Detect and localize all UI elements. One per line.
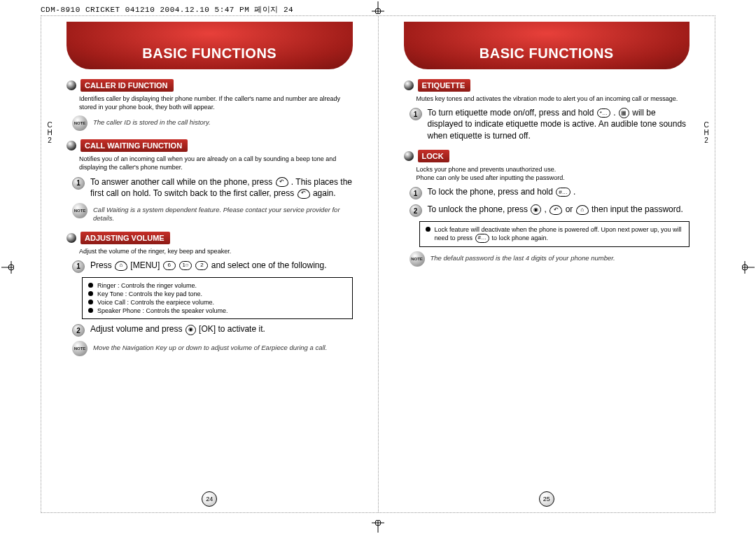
note-icon: NOTE <box>72 341 88 356</box>
note-text: The default password is the last 4 digit… <box>430 251 615 262</box>
key-2-icon: 2 <box>195 261 208 270</box>
step-number-icon: 2 <box>410 204 422 217</box>
section-title: CALL WAITING FUNCTION <box>80 139 188 152</box>
note-block: NOTE The caller ID is stored in the call… <box>72 115 353 131</box>
step-number-icon: 2 <box>72 324 85 337</box>
section-desc: Mutes key tones and activates the vibrat… <box>416 94 690 103</box>
section-bullet-icon <box>66 233 76 243</box>
section-bullet-icon <box>404 151 414 161</box>
side-chapter-label: C H 2 <box>46 121 54 144</box>
section-bullet-icon <box>66 80 76 90</box>
doc-header-line: CDM-8910 CRICKET 041210 2004.12.10 5:47 … <box>41 4 293 15</box>
key-6-icon: 6 <box>163 261 176 270</box>
bullet-icon <box>88 291 93 296</box>
step-text: To lock the phone, press and hold #… . <box>428 186 690 199</box>
note-icon: NOTE <box>410 251 425 267</box>
note-block: NOTE Move the Navigation Key up or down … <box>72 341 353 356</box>
bullet-icon <box>88 308 93 313</box>
soft-key-icon: ⌂ <box>576 205 589 215</box>
page-spread: C H 2 BASIC FUNCTIONS CALLER ID FUNCTION… <box>41 15 715 513</box>
section-title: CALLER ID FUNCTION <box>80 79 174 92</box>
section-caller-id: CALLER ID FUNCTION Identifies caller by … <box>66 79 353 131</box>
volume-options-box: Ringer : Controls the ringer volume. Key… <box>82 277 353 320</box>
list-item: Lock feature will deactivate when the ph… <box>435 225 684 243</box>
lock-info-box: Lock feature will deactivate when the ph… <box>419 221 690 247</box>
key-1-icon: 1○ <box>179 261 192 270</box>
page-number: 24 <box>202 491 217 507</box>
banner-title: BASIC FUNCTIONS <box>66 45 353 62</box>
step-number-icon: 1 <box>72 260 85 273</box>
section-etiquette: ETIQUETTE Mutes key tones and activates … <box>404 79 690 141</box>
crop-mark-right <box>742 261 755 274</box>
chapter-banner: BASIC FUNCTIONS <box>404 22 690 71</box>
crop-mark-left <box>1 261 14 274</box>
svg-point-0 <box>375 8 381 14</box>
note-icon: NOTE <box>72 115 88 131</box>
svg-point-6 <box>742 265 748 270</box>
note-block: NOTE The default password is the last 4 … <box>410 251 690 267</box>
step-number-icon: 1 <box>410 108 422 120</box>
section-bullet-icon <box>404 80 414 90</box>
page-number: 25 <box>539 491 554 507</box>
step-text: To unlock the phone, press ◉ , ↶ or ⌂ th… <box>428 204 690 217</box>
step-1: 1 Press ⌂ [MENU] 6 1○ 2 and select one o… <box>72 260 353 273</box>
chapter-banner: BASIC FUNCTIONS <box>66 22 353 71</box>
step-text: Press ⌂ [MENU] 6 1○ 2 and select one of … <box>90 260 353 273</box>
step-text: To answer another call while on the phon… <box>90 176 353 199</box>
ok-key-icon: ◉ <box>186 325 196 335</box>
ok-key-icon: ◉ <box>531 204 541 215</box>
bullet-icon <box>88 283 93 288</box>
note-text: Call Waiting is a system dependent featu… <box>93 203 353 223</box>
section-title: LOCK <box>418 150 449 162</box>
note-block: NOTE Call Waiting is a system dependent … <box>72 203 353 223</box>
step-number-icon: 1 <box>410 187 422 199</box>
section-title: ETIQUETTE <box>418 79 471 92</box>
svg-point-3 <box>8 265 14 270</box>
svg-point-9 <box>375 520 381 526</box>
page-left: C H 2 BASIC FUNCTIONS CALLER ID FUNCTION… <box>41 16 379 512</box>
section-adjusting-volume: ADJUSTING VOLUME Adjust the volume of th… <box>66 232 353 357</box>
banner-title: BASIC FUNCTIONS <box>404 45 690 62</box>
section-bullet-icon <box>66 141 76 150</box>
page-right: C H 2 BASIC FUNCTIONS ETIQUETTE Mutes ke… <box>379 16 715 512</box>
step-text: To turn etiquette mode on/off, press and… <box>428 107 690 141</box>
section-desc: Notifies you of an incoming call when yo… <box>79 155 353 171</box>
list-item: Speaker Phone : Controls the speaker vol… <box>97 307 228 315</box>
send-key-icon: ↶ <box>276 177 288 187</box>
section-call-waiting: CALL WAITING FUNCTION Notifies you of an… <box>66 139 353 223</box>
section-title: ADJUSTING VOLUME <box>80 232 170 244</box>
list-item: Key Tone : Controls the key pad tone. <box>97 290 202 298</box>
hash-key-icon: #… <box>475 234 489 243</box>
crop-mark-top <box>372 1 384 14</box>
section-desc: Identifies caller by displaying their ph… <box>79 94 353 111</box>
note-icon: NOTE <box>72 203 88 218</box>
send-key-icon: ↶ <box>550 205 562 215</box>
step-1: 1 To answer another call while on the ph… <box>72 176 353 199</box>
list-item: Voice Call : Controls the earpiece volum… <box>97 298 214 307</box>
step-text: Adjust volume and press ◉ [OK] to activa… <box>90 323 353 337</box>
step-1: 1 To turn etiquette mode on/off, press a… <box>410 107 690 141</box>
crop-mark-bottom <box>372 520 384 533</box>
section-lock: LOCK Locks your phone and prevents unaut… <box>404 150 690 267</box>
step-2: 2 To unlock the phone, press ◉ , ↶ or ⌂ … <box>410 204 690 217</box>
section-desc: Locks your phone and prevents unauthoriz… <box>416 165 690 182</box>
side-chapter-label: C H 2 <box>702 121 710 144</box>
hash-key-icon: #… <box>556 188 570 197</box>
star-key-icon: *… <box>597 108 610 118</box>
bullet-icon <box>88 300 93 304</box>
send-key-icon: ↶ <box>298 189 310 199</box>
soft-key-icon: ⌂ <box>115 261 127 271</box>
note-text: The caller ID is stored in the call hist… <box>93 115 211 127</box>
note-text: Move the Navigation Key up or down to ad… <box>93 341 327 352</box>
bullet-icon <box>426 227 430 232</box>
list-item: Ringer : Controls the ringer volume. <box>97 281 197 290</box>
step-2: 2 Adjust volume and press ◉ [OK] to acti… <box>72 323 353 337</box>
section-desc: Adjust the volume of the ringer, key bee… <box>79 247 353 255</box>
vibrate-icon: ▦ <box>619 108 629 118</box>
step-1: 1 To lock the phone, press and hold #… . <box>410 186 690 199</box>
step-number-icon: 1 <box>72 177 85 190</box>
